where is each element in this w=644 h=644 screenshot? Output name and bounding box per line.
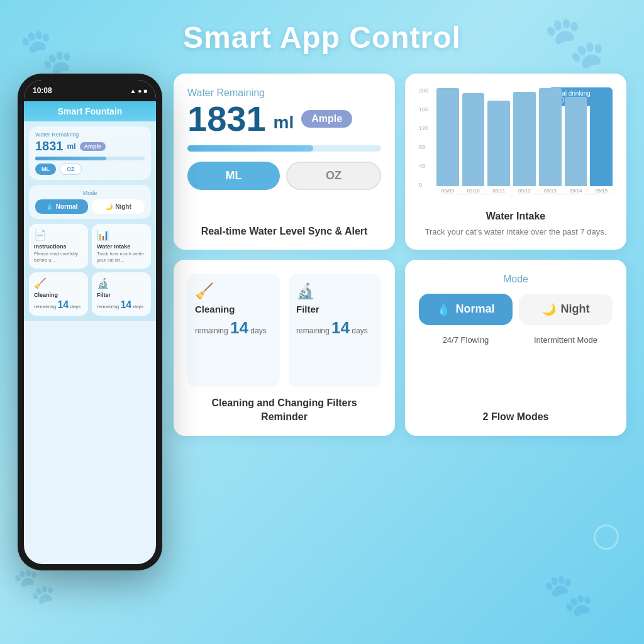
chart-bar-5: 09/14	[565, 97, 587, 194]
mode-label: Mode	[419, 274, 613, 285]
panel-mode: Mode 💧 Normal 🌙 Night 24/7 Flowing Inter…	[405, 260, 626, 436]
panel-water-label: Water Remaining	[187, 87, 381, 99]
phone-status-bar: 10:08 ▲ ● ■	[24, 80, 156, 101]
phone-oz-button[interactable]: OZ	[60, 164, 82, 175]
panel2-caption: Water Intake	[419, 201, 613, 223]
cleaning-card-title: Cleaning	[195, 304, 235, 314]
panel-water-ml: ml	[274, 113, 294, 133]
phone-water-label: Water Remaining	[35, 131, 145, 138]
cleaning-card-remaining: remaining 14 days	[195, 318, 267, 338]
chart-y-label-200: 200	[419, 87, 428, 94]
panel-water-value-row: 1831 ml Ample	[187, 101, 381, 136]
phone-time: 10:08	[33, 86, 52, 95]
chart-bar-fill-3	[513, 92, 536, 186]
chart-y-label-40: 40	[419, 163, 428, 169]
chart-y-label-160: 160	[419, 106, 428, 113]
phone-filter-card: 🔬 Filter remaining 14 days	[92, 272, 151, 316]
phone-water-value: 1831	[35, 139, 64, 153]
filter-card: 🔬 Filter remaining 14 days	[289, 274, 381, 387]
filter-icon: 🔬	[296, 282, 315, 300]
phone-water-intake-desc: Track how much water your cat dri...	[97, 251, 146, 264]
cleaning-icon: 🧹	[195, 282, 214, 300]
chart-x-label-6: 09/15	[595, 188, 608, 194]
phone-ml-button[interactable]: ML	[35, 164, 56, 175]
phone-progress-bar	[35, 157, 145, 160]
phone-filter-remaining-text: remaining	[97, 304, 119, 309]
bubble-decor-3	[594, 525, 619, 550]
chart-x-label-4: 09/13	[544, 188, 557, 194]
phone-filter-unit: days	[133, 304, 143, 309]
phone-water-intake-title: Water Intake	[97, 243, 146, 250]
panel-progress-fill	[187, 145, 313, 152]
phone-instructions-desc: Please read carefully before u...	[34, 251, 83, 264]
phone-progress-fill	[35, 157, 106, 160]
phone-cleaning-title: Cleaning	[34, 292, 83, 298]
cleaning-card: 🧹 Cleaning remaining 14 days	[187, 274, 280, 387]
chart-bar-fill-6	[590, 89, 613, 186]
paw-decor-3: 🐾	[13, 565, 56, 606]
phone-cleaning-days: 14	[57, 299, 69, 310]
chart-x-label-5: 09/14	[569, 188, 582, 194]
filter-remaining-text: remaining	[296, 326, 330, 335]
chart-x-label-3: 09/12	[518, 188, 531, 194]
chart-bars-container: 09/09 09/10 09/11 09/12	[436, 94, 613, 194]
filter-days-value: 14	[331, 318, 350, 337]
chart-y-label-0: 0	[419, 182, 428, 188]
phone-filter-days: 14	[120, 299, 131, 310]
phone-instructions-card: 📄 Instructions Please read carefully bef…	[29, 224, 88, 269]
cleaning-remaining-text: remaining	[195, 326, 228, 335]
normal-mode-icon: 💧	[436, 303, 450, 316]
chart-x-label-1: 09/10	[467, 188, 480, 194]
normal-mode-button[interactable]: 💧 Normal	[419, 294, 513, 325]
panels-grid: Water Remaining 1831 ml Ample ML OZ Real…	[174, 74, 626, 436]
phone-header: Smart Fountain	[24, 101, 156, 121]
panel-cleaning: 🧹 Cleaning remaining 14 days 🔬 Filter re…	[174, 260, 395, 436]
phone-water-intake-card: 📊 Water Intake Track how much water your…	[92, 224, 151, 269]
paw-decor-1: 🐾	[19, 25, 74, 77]
phone-content: Water Remaining 1831 ml Ample ML OZ	[24, 121, 156, 321]
phone-night-mode-button[interactable]: 🌙 Night	[92, 199, 145, 214]
phone-mode-buttons[interactable]: 💧 Normal 🌙 Night	[35, 199, 145, 214]
chart-bar-6: 09/15	[590, 89, 613, 194]
filter-days-unit: days	[352, 326, 367, 335]
mode-descriptions: 24/7 Flowing Intermittent Mode	[419, 335, 613, 345]
normal-mode-desc: 24/7 Flowing	[419, 335, 513, 345]
phone-water-amount: 1831 ml Ample	[35, 139, 145, 153]
chart-x-label-2: 09/11	[492, 188, 505, 194]
chart-bar-fill-2	[487, 101, 510, 186]
chart-x-label-0: 09/09	[441, 188, 454, 194]
phone-instructions-title: Instructions	[34, 243, 83, 250]
chart-bar-fill-1	[462, 93, 485, 186]
panel1-caption: Real-time Water Level Sync & Alert	[187, 216, 381, 238]
phone-water-section: Water Remaining 1831 ml Ample ML OZ	[29, 126, 151, 180]
panel-ml-button[interactable]: ML	[187, 162, 280, 190]
phone-water-unit: ml	[67, 142, 76, 151]
phone-normal-mode-button[interactable]: 💧 Normal	[35, 199, 88, 214]
chart-area: Total drinking water200 ml 0 40 80 120 1…	[419, 87, 613, 201]
night-mode-desc: Intermittent Mode	[519, 335, 613, 345]
cleaning-days-value: 14	[230, 318, 248, 337]
panel4-caption: 2 Flow Modes	[419, 401, 613, 424]
cleaning-days-unit: days	[250, 326, 266, 335]
chart-bar-4: 09/13	[539, 88, 562, 194]
normal-mode-label: Normal	[455, 303, 494, 316]
panel2-caption-sub: Track your cat's water intake over the p…	[419, 226, 613, 238]
chart-bar-fill-4	[539, 88, 562, 186]
night-mode-button[interactable]: 🌙 Night	[519, 294, 613, 325]
phone-cleaning-card: 🧹 Cleaning remaining 14 days	[29, 272, 88, 316]
phone-screen: 10:08 ▲ ● ■ Smart Fountain Water Remaini…	[24, 80, 156, 564]
phone-unit-toggle[interactable]: ML OZ	[35, 164, 145, 175]
chart-bar-fill-5	[565, 97, 587, 186]
paw-decor-4: 🐾	[543, 571, 594, 619]
chart-bar-fill-0	[436, 88, 459, 186]
phone-filter-title: Filter	[97, 292, 146, 298]
chart-bar-0: 09/09	[436, 88, 459, 194]
phone-mode-section: Mode 💧 Normal 🌙 Night	[29, 185, 151, 219]
panel-unit-toggle[interactable]: ML OZ	[187, 162, 381, 190]
phone-status-icons: ▲ ● ■	[130, 87, 147, 94]
night-mode-label: Night	[561, 303, 590, 316]
mode-buttons-row[interactable]: 💧 Normal 🌙 Night	[419, 294, 613, 325]
paw-decor-2: 🐾	[543, 13, 606, 72]
panel-oz-button[interactable]: OZ	[286, 162, 381, 190]
phone-mockup: 10:08 ▲ ● ■ Smart Fountain Water Remaini…	[18, 74, 162, 570]
